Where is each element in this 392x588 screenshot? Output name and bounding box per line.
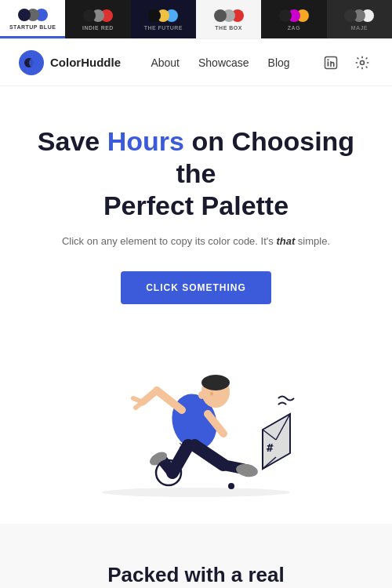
svg-point-10 bbox=[210, 391, 213, 395]
svg-point-1 bbox=[29, 58, 38, 67]
hero-highlight: Hours bbox=[107, 126, 184, 156]
svg-point-29 bbox=[228, 483, 234, 489]
svg-point-4 bbox=[327, 59, 328, 60]
nav-links: About Showcase Blog bbox=[151, 56, 289, 69]
svg-line-15 bbox=[136, 402, 143, 408]
hero-illustration: # × bbox=[0, 320, 392, 524]
svg-line-12 bbox=[157, 390, 182, 410]
hero-section: Save Hours on Choosing thePerfect Palett… bbox=[0, 86, 392, 320]
svg-point-9 bbox=[201, 375, 230, 390]
packed-title: Packed with a real landing page example bbox=[31, 563, 361, 588]
svg-point-6 bbox=[102, 488, 290, 497]
logo[interactable]: ColorHuddle bbox=[19, 50, 121, 75]
theme-label: Indie Red bbox=[82, 25, 114, 31]
theme-the-future[interactable]: The Future bbox=[131, 0, 196, 38]
logo-name: ColorHuddle bbox=[50, 56, 121, 69]
svg-rect-3 bbox=[328, 61, 329, 66]
theme-label: The Box bbox=[215, 25, 242, 31]
svg-line-18 bbox=[163, 461, 172, 473]
svg-point-11 bbox=[198, 391, 205, 399]
nav-showcase[interactable]: Showcase bbox=[198, 56, 249, 69]
character-svg: # × bbox=[78, 336, 314, 500]
linkedin-icon[interactable] bbox=[320, 52, 342, 74]
svg-text:#: # bbox=[267, 441, 274, 454]
theme-maje[interactable]: Maje bbox=[327, 0, 392, 38]
logo-icon bbox=[19, 50, 44, 75]
cta-button[interactable]: CLICK SOMETHING bbox=[121, 271, 271, 304]
nav-blog[interactable]: Blog bbox=[268, 56, 290, 69]
theme-label: Startup Blue bbox=[9, 24, 56, 30]
svg-point-5 bbox=[361, 60, 365, 64]
nav-icons bbox=[320, 52, 373, 74]
svg-line-13 bbox=[143, 390, 157, 402]
svg-text:×: × bbox=[179, 439, 185, 452]
navbar: ColorHuddle About Showcase Blog bbox=[0, 39, 392, 86]
hero-subtitle: Click on any element to copy its color c… bbox=[19, 234, 373, 249]
theme-label: Maje bbox=[351, 25, 368, 31]
theme-label: The Future bbox=[144, 25, 183, 31]
theme-bar: Startup Blue Indie Red The Future The Bo… bbox=[0, 0, 392, 39]
theme-zag[interactable]: Zag bbox=[261, 0, 326, 38]
theme-the-box[interactable]: The Box bbox=[196, 0, 261, 38]
settings-icon[interactable] bbox=[351, 52, 373, 74]
theme-label: Zag bbox=[288, 25, 300, 31]
hero-title: Save Hours on Choosing thePerfect Palett… bbox=[19, 125, 373, 221]
theme-indie-red[interactable]: Indie Red bbox=[65, 0, 130, 38]
packed-section: Packed with a real landing page example … bbox=[0, 524, 392, 588]
nav-about[interactable]: About bbox=[151, 56, 180, 69]
theme-startup-blue[interactable]: Startup Blue bbox=[0, 0, 65, 38]
